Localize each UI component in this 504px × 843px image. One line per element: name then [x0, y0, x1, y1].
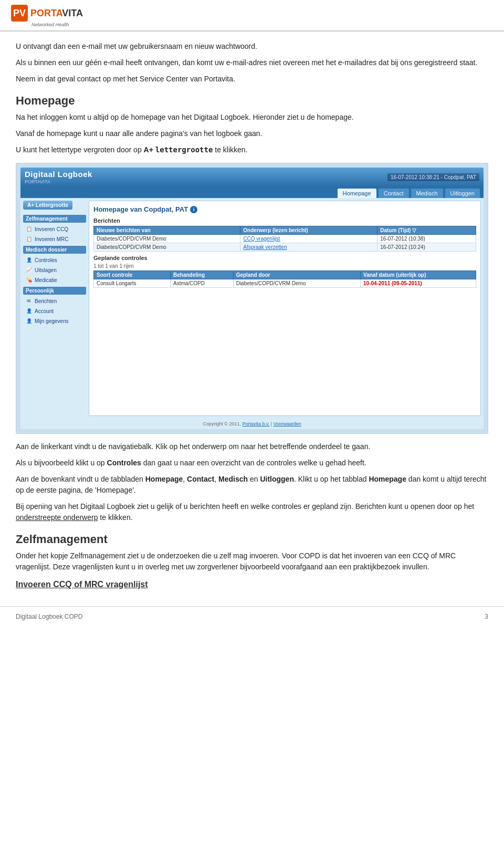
mrc-icon: 📋 [25, 235, 33, 243]
sidebar-item-invoeren-ccq[interactable]: 📋 Invoeren CCQ [23, 224, 86, 234]
after-para-3: Aan de bovenkant vindt u de tabbladen Ho… [16, 474, 488, 496]
app-window: Digitaal Logboek PORTAVITA 16-07-2012 10… [20, 168, 484, 429]
berichten-row-2: Diabetes/COPD/CVRM Demo Afspraak verzett… [94, 243, 476, 252]
app-page-title: Homepage van Copdpat, PAT i [93, 205, 476, 213]
sidebar-item-medicatie-label: Medicatie [35, 277, 57, 283]
app-screenshot: Digitaal Logboek PORTAVITA 16-07-2012 10… [16, 163, 488, 434]
sidebar-item-uitslagen-label: Uitslagen [35, 267, 57, 273]
app-tab-contact[interactable]: Contact [378, 188, 410, 198]
invoeren-heading: Invoeren CCQ of MRC vragenlijst [16, 580, 488, 589]
sidebar-section-zelfmanagement: Zelfmanagement [23, 215, 86, 223]
sidebar-section-persoonlijk: Persoonlijk [23, 287, 86, 295]
sidebar-item-uitslagen[interactable]: 📈 Uitslagen [23, 265, 86, 275]
svg-text:PV: PV [13, 8, 26, 18]
app-tab-uitloggen[interactable]: Uitloggen [445, 188, 480, 198]
berichten-row-1-subject: CCQ vragenlijst [240, 235, 377, 243]
berichten-row-2-date: 16-07-2012 (10:24) [377, 243, 476, 252]
controles-icon: 👤 [25, 256, 33, 264]
homepage-para-1: Na het inloggen komt u altijd op de home… [16, 112, 488, 123]
app-navtabs: Homepage Contact Medisch Uitloggen [20, 186, 484, 198]
medicatie-icon: 💊 [25, 276, 33, 284]
app-status: 16-07-2012 10:38:21 - Copdpat, PAT [387, 173, 479, 181]
homepage-para-1-text: Na het inloggen komt u altijd op de home… [16, 113, 354, 121]
page-header: PV PORTAVITA Networked Health [0, 0, 504, 32]
app-title-area: Digitaal Logboek PORTAVITA [25, 170, 92, 184]
berichten-row-2-subject: Afspraak verzetten [240, 243, 377, 252]
font-size-button[interactable]: A+ Lettergrootte [23, 201, 72, 210]
berichten-icon: ✉ [25, 297, 33, 305]
controles-datum-red: 10-04-2011 (09-05-2011) [363, 280, 422, 286]
app-footer-text: Copyright © 2011, Portavita b.v. | Voorw… [203, 421, 301, 426]
logo-top: PV PORTAVITA [10, 4, 83, 22]
sidebar-item-medicatie[interactable]: 💊 Medicatie [23, 275, 86, 285]
app-body: A+ Lettergrootte Zelfmanagement 📋 Invoer… [20, 198, 484, 419]
sidebar-item-account[interactable]: 👤 Account [23, 306, 86, 316]
berichten-row-1-from: Diabetes/COPD/CVRM Demo [94, 235, 240, 243]
app-subtitle: PORTAVITA [25, 179, 92, 184]
logo: PV PORTAVITA Networked Health [10, 4, 83, 27]
app-title: Digitaal Logboek [25, 170, 92, 179]
app-tab-medisch[interactable]: Medisch [411, 188, 444, 198]
page-title-text: Homepage van Copdpat, PAT [93, 205, 188, 213]
controles-col-datum: Vanaf datum (uiterlijk op) [361, 271, 476, 279]
sidebar-item-account-label: Account [35, 308, 54, 314]
portavita-link[interactable]: Portavita b.v. [242, 421, 269, 426]
info-icon: i [190, 206, 197, 213]
berichten-col-from: Nieuwe berichten van [94, 226, 240, 235]
berichten-link-1[interactable]: CCQ vragenlijst [243, 236, 280, 242]
berichten-row-1-date: 16-07-2012 (10:38) [377, 235, 476, 243]
controles-table: Soort controle Behandeling Gepland door … [93, 270, 476, 288]
logo-vita: VITA [62, 8, 83, 18]
page-footer: Digitaal Logboek COPD 3 [0, 606, 504, 627]
sidebar-item-ccq-label: Invoeren CCQ [35, 226, 68, 232]
homepage-para-3: U kunt het lettertype vergroten door op … [16, 144, 488, 155]
controles-count: 1 tot 1 van 1 rijen [93, 263, 476, 269]
sidebar-item-mrc-label: Invoeren MRC [35, 236, 68, 242]
berichten-row-1: Diabetes/COPD/CVRM Demo CCQ vragenlijst … [94, 235, 476, 243]
intro-para-2: Als u binnen een uur géén e-mail heeft o… [16, 57, 488, 68]
logo-tagline: Networked Health [32, 22, 69, 27]
sidebar-item-invoeren-mrc[interactable]: 📋 Invoeren MRC [23, 234, 86, 244]
logo-container: PV PORTAVITA Networked Health [10, 4, 83, 27]
after-para-1: Aan de linkerkant vindt u de navigatieba… [16, 441, 488, 452]
controles-col-gepland: Gepland door [233, 271, 360, 279]
sidebar-item-berichten-label: Berichten [35, 298, 57, 304]
controles-row-1-soort: Consult Longarts [94, 279, 171, 288]
logo-icon: PV [10, 4, 28, 22]
sidebar-item-berichten[interactable]: ✉ Berichten [23, 296, 86, 306]
app-main-panel: Homepage van Copdpat, PAT i Berichten Ni… [89, 201, 481, 416]
uitslagen-icon: 📈 [25, 266, 33, 274]
after-para-2: Als u bijvoorbeeld klikt u op Controles … [16, 457, 488, 469]
sidebar-item-controles[interactable]: 👤 Controles [23, 255, 86, 265]
zelfmanagement-para: Onder het kopje Zelfmanagement ziet u de… [16, 550, 488, 573]
footer-right: 3 [485, 613, 488, 620]
berichten-link-2[interactable]: Afspraak verzetten [243, 244, 287, 250]
berichten-section-title: Berichten [93, 217, 476, 224]
app-tab-homepage[interactable]: Homepage [337, 188, 377, 198]
homepage-heading: Homepage [16, 94, 488, 108]
voorwaarden-link[interactable]: Voorwaarden [274, 421, 301, 426]
controles-row-1-gepland: Diabetes/COPD/CVRM Demo [233, 279, 360, 288]
controles-col-behandeling: Behandeling [170, 271, 233, 279]
sidebar-item-controles-label: Controles [35, 257, 57, 263]
berichten-col-subject: Onderwerp (lezen bericht) [240, 226, 377, 235]
zelfmanagement-heading: Zelfmanagement [16, 533, 488, 546]
app-footer: Copyright © 2011, Portavita b.v. | Voorw… [20, 419, 484, 429]
sidebar-section-medisch: Medisch dossier [23, 246, 86, 254]
app-topbar: Digitaal Logboek PORTAVITA 16-07-2012 10… [20, 168, 484, 186]
logo-text: PORTAVITA [30, 8, 83, 19]
footer-left: Digitaal Logboek COPD [16, 613, 82, 620]
gegevens-icon: 👤 [25, 317, 33, 325]
intro-para-3: Neem in dat geval contact op met het Ser… [16, 74, 488, 85]
ccq-icon: 📋 [25, 225, 33, 233]
after-para-4: Bij opening van het Digitaal Logboek zie… [16, 501, 488, 523]
controles-row-1: Consult Longarts Astma/COPD Diabetes/COP… [94, 279, 476, 288]
controles-row-1-behandeling: Astma/COPD [170, 279, 233, 288]
sidebar-item-mijn-gegevens[interactable]: 👤 Mijn gegevens [23, 316, 86, 326]
logo-porta: PORTA [30, 8, 62, 18]
homepage-para-2: Vanaf de homepage kunt u naar alle ander… [16, 128, 488, 139]
berichten-col-date: Datum (Tijd) ▽ [377, 226, 476, 235]
main-content: U ontvangt dan een e-mail met uw gebruik… [0, 32, 504, 601]
sidebar-item-gegevens-label: Mijn gegevens [35, 318, 68, 324]
controles-col-soort: Soort controle [94, 271, 171, 279]
